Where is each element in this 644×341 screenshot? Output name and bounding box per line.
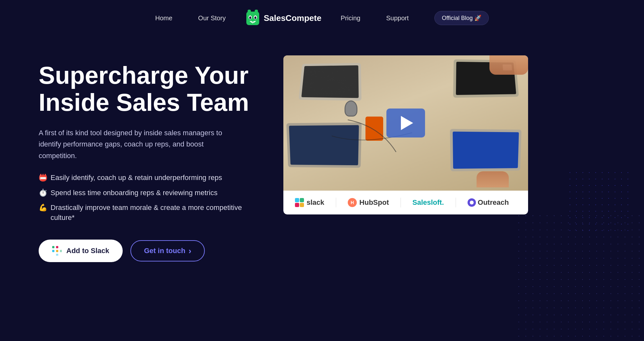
bullet-1-icon: 📛 [39, 173, 47, 183]
svg-rect-7 [52, 250, 54, 252]
salesloft-label: Salesloft. [412, 198, 444, 207]
nav-support-link[interactable]: Support [386, 14, 409, 22]
arrow-icon: › [189, 247, 192, 255]
svg-rect-8 [52, 246, 54, 248]
hero-subtitle: A first of its kind tool designed by ins… [39, 127, 232, 161]
hero-video-area: slack H HubSpot Salesloft. Outreach [283, 55, 605, 214]
orange-drive [365, 117, 383, 141]
divider-3 [456, 198, 456, 207]
nav-pricing-link[interactable]: Pricing [341, 14, 360, 22]
outreach-integration: Outreach [468, 198, 509, 207]
hubspot-label: HubSpot [359, 198, 389, 207]
hand-right [489, 55, 528, 75]
outreach-inner-circle [470, 201, 474, 204]
coffee-cup [345, 100, 357, 117]
bullet-1-text: Easily identify, coach up & retain under… [51, 173, 222, 183]
blog-button[interactable]: Official Blog 🚀 [434, 11, 489, 25]
video-thumbnail [283, 55, 528, 191]
divider-1 [336, 198, 336, 207]
laptop-4 [450, 129, 521, 171]
hero-title: Supercharge Your Inside Sales Team [39, 62, 258, 116]
svg-rect-11 [56, 254, 58, 256]
hero-bullets: 📛 Easily identify, coach up & retain und… [39, 173, 258, 223]
svg-rect-2 [255, 10, 258, 14]
nav-links-left: Home Our Story [155, 14, 226, 22]
outreach-logo-icon [468, 198, 476, 207]
dot-grid-decoration [567, 169, 631, 234]
slack-integration: slack [295, 198, 324, 207]
slack-logo-icon [295, 198, 304, 207]
hubspot-integration: H HubSpot [348, 198, 389, 207]
hero-cta: Add to Slack Get in touch › [39, 240, 258, 262]
add-to-slack-label: Add to Slack [66, 247, 109, 255]
bullet-2: ⏱️ Spend less time onboarding reps & rev… [39, 188, 258, 198]
bullet-2-icon: ⏱️ [39, 188, 47, 198]
hero-content: Supercharge Your Inside Sales Team A fir… [39, 55, 258, 262]
nav-links-right: Pricing Support Official Blog 🚀 [341, 11, 489, 25]
laptop-4-screen [453, 132, 519, 169]
laptop-1 [298, 63, 361, 101]
bullet-2-text: Spend less time onboarding reps & review… [51, 188, 217, 198]
divider-2 [401, 198, 401, 207]
brand-name-text: SalesCompete [264, 13, 321, 23]
svg-point-6 [254, 16, 256, 19]
laptop-1-screen [301, 65, 359, 98]
hand-bottom [477, 171, 509, 187]
svg-rect-10 [56, 250, 58, 252]
salesloft-integration: Salesloft. [412, 198, 444, 207]
slack-button-icon [52, 246, 62, 256]
play-triangle-icon [401, 116, 413, 130]
video-container: slack H HubSpot Salesloft. Outreach [283, 55, 528, 214]
nav-our-story-link[interactable]: Our Story [198, 14, 226, 22]
bullet-1: 📛 Easily identify, coach up & retain und… [39, 173, 258, 183]
hubspot-logo-icon: H [348, 198, 357, 207]
nav-home-link[interactable]: Home [155, 14, 172, 22]
bullet-3-text: Drastically improve team morale & create… [51, 203, 258, 223]
svg-rect-9 [56, 246, 58, 248]
navbar: Home Our Story SalesCompete Pricing Supp… [0, 0, 644, 36]
get-in-touch-button[interactable]: Get in touch › [130, 240, 205, 261]
svg-rect-1 [248, 10, 251, 14]
bullet-3: 💪 Drastically improve team morale & crea… [39, 203, 258, 223]
bullet-3-icon: 💪 [39, 203, 47, 213]
integrations-bar: slack H HubSpot Salesloft. Outreach [283, 191, 528, 214]
video-play-button[interactable] [386, 109, 425, 137]
get-in-touch-label: Get in touch [144, 247, 185, 255]
svg-point-5 [249, 16, 251, 19]
add-to-slack-button[interactable]: Add to Slack [39, 240, 123, 262]
outreach-label: Outreach [478, 198, 509, 207]
brand-logo-icon [245, 9, 260, 27]
laptop-3 [286, 122, 362, 168]
brand-logo-link[interactable]: SalesCompete [245, 9, 321, 27]
svg-rect-12 [60, 250, 62, 252]
slack-label: slack [307, 198, 324, 207]
hero-section: Supercharge Your Inside Sales Team A fir… [0, 36, 644, 281]
laptop-3-screen [289, 125, 359, 166]
